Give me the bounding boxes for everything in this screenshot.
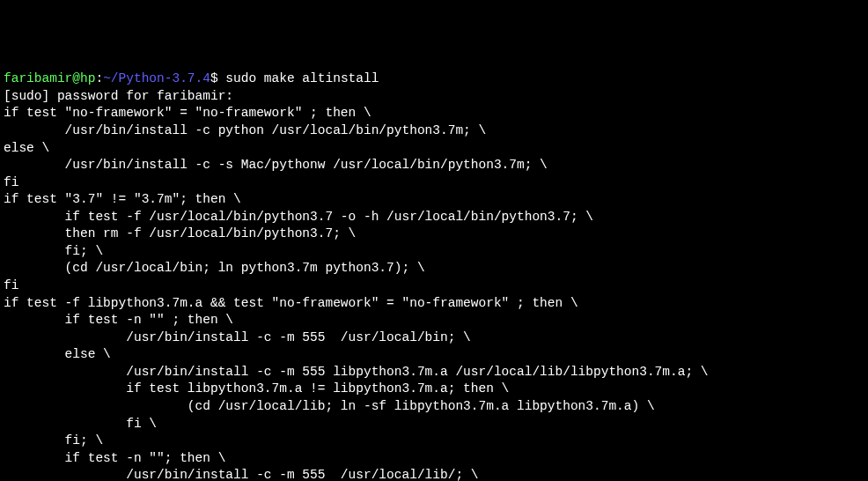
- output-line: if test "3.7" != "3.7m"; then \: [4, 191, 864, 209]
- output-line: fi \: [4, 416, 864, 433]
- output-line: /usr/bin/install -c -m 555 /usr/local/bi…: [4, 329, 864, 347]
- output-line: fi; \: [4, 433, 864, 450]
- output-line: if test libpython3.7m.a != libpython3.7m…: [4, 381, 864, 398]
- output-line: if test "no-framework" = "no-framework" …: [4, 105, 864, 122]
- output-line: else \: [4, 346, 864, 364]
- output-line: (cd /usr/local/lib; ln -sf libpython3.7m…: [4, 398, 864, 416]
- output-line: if test -f /usr/local/bin/python3.7 -o -…: [4, 209, 864, 226]
- output-line: then rm -f /usr/local/bin/python3.7; \: [4, 226, 864, 243]
- output-line: if test -n "" ; then \: [4, 312, 864, 329]
- output-line: else \: [4, 140, 864, 158]
- output-line: /usr/bin/install -c -s Mac/pythonw /usr/…: [4, 157, 864, 174]
- prompt-user: faribamir@hp: [4, 71, 95, 85]
- prompt-colon: :: [95, 71, 103, 85]
- output-line: if test -n ""; then \: [4, 450, 864, 468]
- command-text: sudo make altinstall: [225, 71, 379, 85]
- output-line: /usr/bin/install -c -m 555 /usr/local/li…: [4, 467, 864, 481]
- output-line: [sudo] password for faribamir:: [4, 88, 864, 106]
- prompt-line: faribamir@hp:~/Python-3.7.4$ sudo make a…: [4, 70, 864, 88]
- output-line: fi; \: [4, 243, 864, 261]
- output-line: /usr/bin/install -c -m 555 libpython3.7m…: [4, 364, 864, 381]
- output-line: /usr/bin/install -c python /usr/local/bi…: [4, 122, 864, 140]
- output-line: fi: [4, 278, 864, 295]
- output-line: if test -f libpython3.7m.a && test "no-f…: [4, 295, 864, 313]
- prompt-path: ~/Python-3.7.4: [103, 71, 210, 85]
- terminal-output[interactable]: faribamir@hp:~/Python-3.7.4$ sudo make a…: [4, 70, 864, 481]
- prompt-dollar: $: [210, 71, 225, 85]
- output-line: (cd /usr/local/bin; ln python3.7m python…: [4, 260, 864, 278]
- output-line: fi: [4, 174, 864, 192]
